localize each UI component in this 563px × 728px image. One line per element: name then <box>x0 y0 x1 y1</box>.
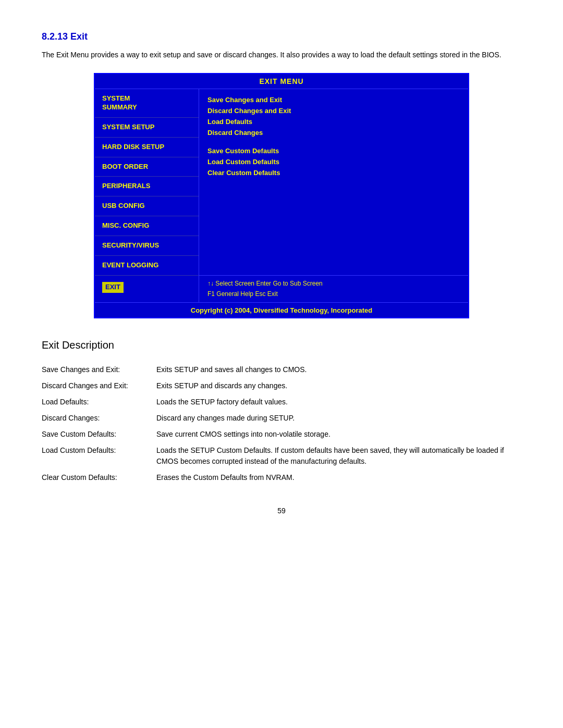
desc-term-save-exit: Save Changes and Exit: <box>42 362 156 378</box>
option-save-changes-exit[interactable]: Save Changes and Exit <box>207 94 460 105</box>
sidebar-item-exit-row: EXIT <box>95 276 199 302</box>
section-heading: 8.2.13 Exit <box>42 31 521 42</box>
bios-menu-box: EXIT MENU SYSTEM SUMMARY SYSTEM SETUP HA… <box>94 73 469 318</box>
option-discard-changes[interactable]: Discard Changes <box>207 127 460 138</box>
option-spacer <box>207 138 460 145</box>
option-load-custom-defaults[interactable]: Load Custom Defaults <box>207 156 460 167</box>
page-number: 59 <box>42 507 521 515</box>
desc-row-save-exit: Save Changes and Exit: Exits SETUP and s… <box>42 362 521 378</box>
desc-text-load-custom: Loads the SETUP Custom Defaults. If cust… <box>156 442 521 470</box>
option-save-custom-defaults[interactable]: Save Custom Defaults <box>207 145 460 156</box>
bios-menu-header: EXIT MENU <box>95 74 468 89</box>
desc-row-clear-custom: Clear Custom Defaults: Erases the Custom… <box>42 470 521 486</box>
desc-term-load-defaults: Load Defaults: <box>42 394 156 410</box>
bios-copyright: Copyright (c) 2004, Diversified Technolo… <box>95 302 468 317</box>
sidebar-item-boot-order[interactable]: BOOT ORDER <box>95 157 199 177</box>
desc-text-clear-custom: Erases the Custom Defaults from NVRAM. <box>156 470 521 486</box>
desc-term-clear-custom: Clear Custom Defaults: <box>42 470 156 486</box>
desc-term-discard-changes: Discard Changes: <box>42 410 156 426</box>
bios-copyright-text: Copyright (c) 2004, Diversified Technolo… <box>191 306 372 314</box>
sidebar-item-security-virus[interactable]: SECURITY/VIRUS <box>95 236 199 256</box>
sidebar-item-hard-disk-setup[interactable]: HARD DISK SETUP <box>95 138 199 157</box>
bios-footer-line1: ↑↓ Select Screen Enter Go to Sub Screen <box>207 279 460 289</box>
desc-term-save-custom: Save Custom Defaults: <box>42 426 156 442</box>
bios-footer-line2: F1 General Help Esc Exit <box>207 289 460 299</box>
desc-text-save-custom: Save current CMOS settings into non-vola… <box>156 426 521 442</box>
option-discard-changes-exit[interactable]: Discard Changes and Exit <box>207 105 460 116</box>
bios-options-list: Save Changes and Exit Discard Changes an… <box>199 89 468 275</box>
sidebar-item-usb-config[interactable]: USB CONFIG <box>95 196 199 216</box>
intro-text: The Exit Menu provides a way to exit set… <box>42 50 521 60</box>
bios-menu-title: EXIT MENU <box>259 77 303 85</box>
desc-row-discard-exit: Discard Changes and Exit: Exits SETUP an… <box>42 378 521 394</box>
sidebar-item-exit[interactable]: EXIT <box>102 282 124 293</box>
desc-text-discard-changes: Discard any changes made during SETUP. <box>156 410 521 426</box>
sidebar-item-misc-config[interactable]: MISC. CONFIG <box>95 216 199 236</box>
exit-description-title: Exit Description <box>42 339 521 351</box>
sidebar-item-event-logging[interactable]: EVENT LOGGING <box>95 256 199 276</box>
desc-text-save-exit: Exits SETUP and saves all changes to CMO… <box>156 362 521 378</box>
desc-term-discard-exit: Discard Changes and Exit: <box>42 378 156 394</box>
desc-row-load-custom: Load Custom Defaults: Loads the SETUP Cu… <box>42 442 521 470</box>
option-load-defaults[interactable]: Load Defaults <box>207 116 460 127</box>
desc-term-load-custom: Load Custom Defaults: <box>42 442 156 470</box>
desc-row-save-custom: Save Custom Defaults: Save current CMOS … <box>42 426 521 442</box>
bios-left-nav: SYSTEM SUMMARY SYSTEM SETUP HARD DISK SE… <box>95 89 199 302</box>
bios-footer: ↑↓ Select Screen Enter Go to Sub Screen … <box>199 275 468 302</box>
sidebar-item-system-summary[interactable]: SYSTEM SUMMARY <box>95 89 199 118</box>
sidebar-item-peripherals[interactable]: PERIPHERALS <box>95 177 199 196</box>
desc-row-load-defaults: Load Defaults: Loads the SETUP factory d… <box>42 394 521 410</box>
bios-right-panel: Save Changes and Exit Discard Changes an… <box>199 89 468 302</box>
desc-text-discard-exit: Exits SETUP and discards any changes. <box>156 378 521 394</box>
bios-body: SYSTEM SUMMARY SYSTEM SETUP HARD DISK SE… <box>95 89 468 302</box>
option-clear-custom-defaults[interactable]: Clear Custom Defaults <box>207 167 460 178</box>
sidebar-item-system-setup[interactable]: SYSTEM SETUP <box>95 118 199 138</box>
desc-row-discard-changes: Discard Changes: Discard any changes mad… <box>42 410 521 426</box>
desc-text-load-defaults: Loads the SETUP factory default values. <box>156 394 521 410</box>
exit-description-table: Save Changes and Exit: Exits SETUP and s… <box>42 362 521 486</box>
